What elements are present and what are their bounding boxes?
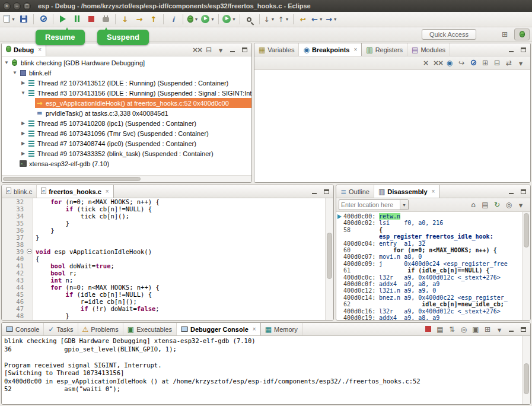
disassembly-line[interactable]: 400d0c19:addx4 a9, a8, a9 bbox=[336, 315, 522, 320]
close-tab-icon[interactable]: × bbox=[432, 188, 435, 195]
scrollbar-thumb[interactable] bbox=[524, 213, 529, 248]
dropdown-chevron-icon[interactable]: ▼ bbox=[319, 17, 323, 21]
remove-all-terminated-button[interactable]: ×× bbox=[192, 45, 202, 55]
close-tab-icon[interactable]: × bbox=[106, 188, 109, 195]
home-button[interactable]: ⌂ bbox=[468, 199, 479, 210]
editor-line[interactable]: 39void esp_vApplicationIdleHook() bbox=[2, 248, 325, 255]
tab-freertos-hooks-c[interactable]: cfreertos_hooks.c× bbox=[37, 185, 114, 198]
debug-tree-item[interactable]: ▶Thread #6 1073431096 (Tmr Svc) (Suspend… bbox=[2, 128, 251, 138]
debug-perspective-button[interactable] bbox=[514, 28, 530, 40]
disassembly-line[interactable]: 62 idle_cb[n]=new_idle_cb; bbox=[336, 301, 522, 307]
forward-button[interactable]: →▼ bbox=[324, 13, 339, 26]
disassembly-line[interactable]: 400d0c02:lsi f0, a0, 216 bbox=[336, 220, 522, 226]
last-edit-location-button[interactable]: ↩ bbox=[296, 13, 310, 26]
dropdown-chevron-icon[interactable]: ▼ bbox=[232, 17, 236, 21]
maximize-button[interactable] bbox=[321, 186, 332, 197]
terminate-button[interactable] bbox=[84, 13, 98, 26]
console-vertical-scrollbar[interactable] bbox=[522, 336, 530, 404]
code-editor[interactable]: 32 for (n=0; n<MAX_HOOKS; n++) {33 if (t… bbox=[2, 198, 325, 320]
collapsed-expander-icon[interactable]: ▶ bbox=[20, 131, 27, 136]
view-menu-button[interactable]: ▼ bbox=[515, 199, 526, 210]
debug-tree-item[interactable]: ▼Thread #3 1073413156 (IDLE : Running) (… bbox=[2, 88, 251, 98]
editor-line[interactable]: 41 bool doWait=true; bbox=[2, 262, 325, 269]
tab-modules[interactable]: ▤Modules bbox=[407, 43, 450, 56]
disassembly-line[interactable]: 400d0c12:l32i.n a9, a9, 0 bbox=[336, 287, 522, 294]
location-input[interactable] bbox=[339, 201, 400, 208]
editor-line[interactable]: 37} bbox=[2, 234, 325, 241]
link-with-debug-view-button[interactable]: ⇄ bbox=[504, 58, 514, 68]
disassembly-line[interactable]: 400d0c04:entry a1, 32 bbox=[336, 240, 522, 247]
disassembly-line[interactable]: 400d0c00:retw.n bbox=[336, 213, 522, 220]
previous-annotation-button[interactable]: ↑▼ bbox=[276, 13, 291, 26]
instruction-stepping-button[interactable]: i bbox=[166, 13, 180, 26]
step-over-button[interactable]: → bbox=[132, 13, 146, 26]
window-close-button[interactable]: × bbox=[3, 2, 11, 10]
disassembly-line[interactable]: 400d0c0c:l32r a9, 0x400d012c <_stext+276… bbox=[336, 274, 522, 281]
disassembly-line[interactable]: 400d0c0f:addx4 a9, a8, a9 bbox=[336, 281, 522, 287]
quick-access-button[interactable]: Quick Access bbox=[422, 29, 476, 40]
view-menu-button[interactable]: ▼ bbox=[494, 324, 505, 335]
save-button[interactable] bbox=[17, 13, 31, 26]
debug-tree-item[interactable]: ▶Thread #9 1073433352 (blink_task) (Susp… bbox=[2, 148, 251, 158]
tab-debug[interactable]: Debug× bbox=[2, 43, 46, 56]
editor-line[interactable]: 43 int n; bbox=[2, 277, 325, 284]
close-tab-icon[interactable]: × bbox=[253, 326, 256, 332]
skip-all-breakpoints-button[interactable] bbox=[468, 58, 479, 68]
tab-breakpoints[interactable]: ◉Breakpoints× bbox=[299, 43, 362, 56]
debug-tree-item[interactable]: ▶Thread #5 1073410208 (ipc1) (Suspended … bbox=[2, 118, 251, 128]
tab-registers[interactable]: ▥Registers bbox=[362, 43, 407, 56]
dropdown-chevron-icon[interactable]: ▼ bbox=[195, 17, 199, 21]
debug-button[interactable]: ▼ bbox=[186, 13, 200, 26]
run-button[interactable]: ▼ bbox=[200, 13, 216, 26]
disassembly-line[interactable]: esp_register_freertos_idle_hook: bbox=[336, 233, 522, 240]
maximize-button[interactable] bbox=[518, 324, 528, 335]
remove-all-button[interactable]: ×× bbox=[432, 58, 443, 68]
external-tools-button[interactable]: ▼ bbox=[221, 13, 237, 26]
fold-collapse-icon[interactable] bbox=[27, 249, 32, 254]
debug-tree-item[interactable]: ▶Thread #2 1073413512 (IDLE : Running) (… bbox=[2, 78, 251, 88]
step-return-button[interactable]: ↑ bbox=[146, 13, 161, 26]
close-tab-icon[interactable]: × bbox=[353, 46, 357, 53]
view-menu-button[interactable]: ▼ bbox=[515, 58, 526, 68]
debug-tree-item[interactable]: →esp_vApplicationIdleHook() at freertos_… bbox=[2, 98, 251, 108]
tab-tasks[interactable]: ✓Tasks bbox=[44, 323, 78, 335]
open-perspective-button[interactable]: ⊞ bbox=[497, 28, 512, 40]
editor-line[interactable]: 48 } bbox=[2, 312, 325, 319]
editor-line[interactable]: 33 if (tick_cb[n]!=NULL) { bbox=[2, 205, 325, 212]
pin-console-button[interactable]: ◎ bbox=[458, 324, 469, 335]
expanded-expander-icon[interactable]: ▼ bbox=[3, 60, 10, 65]
collapsed-expander-icon[interactable]: ▶ bbox=[20, 120, 27, 126]
minimize-button[interactable] bbox=[309, 186, 320, 197]
scrollbar-thumb[interactable] bbox=[327, 233, 332, 279]
editor-line[interactable]: 35 } bbox=[2, 220, 325, 227]
tab-problems[interactable]: ⚠Problems bbox=[78, 323, 123, 335]
step-into-button[interactable]: ↓ bbox=[118, 13, 132, 26]
next-annotation-button[interactable]: ↓▼ bbox=[262, 13, 276, 26]
debug-tree-item[interactable]: ▼blink checking [GDB Hardware Debugging] bbox=[2, 58, 251, 68]
dropdown-chevron-icon[interactable]: ▼ bbox=[211, 17, 215, 21]
close-tab-icon[interactable]: × bbox=[38, 46, 42, 53]
disassembly-line[interactable]: 400d0c09:j 0x400d0c24 <esp_register_free bbox=[336, 261, 522, 267]
tab-blink-c[interactable]: cblink.c bbox=[2, 185, 37, 198]
show-breakpoints-for-selected-button[interactable]: ◉ bbox=[444, 58, 455, 68]
go-to-file-button[interactable]: ↪ bbox=[456, 58, 467, 68]
disassembly-vertical-scrollbar[interactable] bbox=[522, 212, 530, 320]
scrollbar-thumb[interactable] bbox=[524, 363, 529, 394]
pin-button[interactable]: ◎ bbox=[504, 199, 514, 210]
suspend-button[interactable] bbox=[70, 13, 84, 26]
maximize-button[interactable] bbox=[239, 45, 250, 55]
editor-line[interactable]: 34 tick_cb[n](); bbox=[2, 212, 325, 220]
dropdown-chevron-icon[interactable]: ▼ bbox=[270, 17, 275, 21]
show-source-button[interactable]: ▤ bbox=[480, 199, 490, 210]
maximize-button[interactable] bbox=[518, 186, 528, 197]
expanded-expander-icon[interactable]: ▼ bbox=[11, 70, 18, 75]
editor-line[interactable]: 44 for (n=0; n<MAX_HOOKS; n++) { bbox=[2, 284, 325, 291]
expand-all-button[interactable]: ⊞ bbox=[480, 58, 490, 68]
tab-memory[interactable]: ▦Memory bbox=[261, 323, 302, 335]
dropdown-chevron-icon[interactable]: ▼ bbox=[285, 17, 289, 21]
combo-dropdown-icon[interactable]: ▼ bbox=[400, 200, 408, 210]
debug-tree-item[interactable]: ▶Thread #7 1073408744 (ipc0) (Suspended … bbox=[2, 138, 251, 148]
back-button[interactable]: ←▼ bbox=[310, 13, 324, 26]
display-console-button[interactable]: ▣ bbox=[470, 324, 481, 335]
editor-line[interactable]: 47 if (!r) doWait=false; bbox=[2, 305, 325, 312]
